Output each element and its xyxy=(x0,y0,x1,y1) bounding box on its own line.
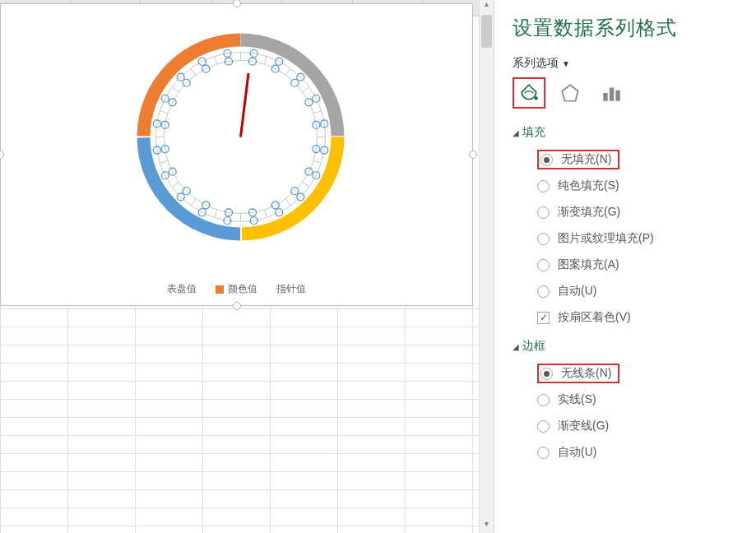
radio-icon xyxy=(540,368,553,380)
format-task-pane: 设置数据系列格式 系列选项 ▼ ◢填充 无填充(N) xyxy=(494,0,756,533)
svg-line-39 xyxy=(215,210,217,218)
svg-point-67 xyxy=(535,96,538,100)
border-option-auto[interactable]: 自动(U) xyxy=(537,439,748,466)
legend-item-color[interactable]: 颜色值 xyxy=(216,282,257,296)
fill-option-vary-by-slice[interactable]: ✓ 按扇区着色(V) xyxy=(537,304,748,331)
radio-icon xyxy=(537,233,550,245)
svg-rect-69 xyxy=(603,93,607,101)
radio-icon xyxy=(537,180,550,192)
chart-legend[interactable]: 表盘值 颜色值 指针值 xyxy=(0,282,473,296)
fill-option-solid[interactable]: 纯色填充(S) xyxy=(537,173,748,199)
vertical-scrollbar[interactable]: ▲ ▼ xyxy=(479,0,494,533)
border-option-gradient[interactable]: 渐变线(G) xyxy=(537,413,748,439)
fill-line-category-button[interactable] xyxy=(513,77,545,109)
fill-option-gradient[interactable]: 渐变填充(G) xyxy=(537,199,748,225)
svg-line-15 xyxy=(303,87,309,92)
pane-title: 设置数据系列格式 xyxy=(513,15,748,41)
effects-category-button[interactable] xyxy=(554,77,587,109)
chart-pointer-needle[interactable] xyxy=(241,73,249,137)
fill-group-header[interactable]: ◢填充 xyxy=(513,125,748,140)
svg-line-42 xyxy=(191,199,196,206)
radio-icon xyxy=(537,420,550,433)
series-options-dropdown[interactable]: 系列选项 ▼ xyxy=(513,56,748,71)
fill-option-no-fill[interactable]: 无填充(N) xyxy=(537,146,748,173)
svg-line-54 xyxy=(160,111,169,114)
scroll-down-arrow-icon[interactable]: ▼ xyxy=(480,520,494,533)
checkbox-icon: ✓ xyxy=(537,312,550,324)
series-options-category-button[interactable] xyxy=(595,77,628,109)
svg-line-18 xyxy=(313,111,322,114)
chevron-down-icon: ▼ xyxy=(562,59,570,68)
fill-option-auto[interactable]: 自动(U) xyxy=(537,278,748,304)
svg-line-45 xyxy=(172,182,179,187)
fill-option-pattern[interactable]: 图案填充(A) xyxy=(537,252,748,278)
resize-handle-n[interactable] xyxy=(233,0,241,7)
fill-option-picture[interactable]: 图片或纹理填充(P) xyxy=(537,225,748,252)
radio-icon xyxy=(537,259,550,271)
radio-icon xyxy=(540,154,553,166)
border-option-no-line[interactable]: 无线条(N) xyxy=(537,360,748,387)
svg-line-60 xyxy=(191,68,196,75)
resize-handle-s[interactable] xyxy=(233,302,241,310)
svg-line-33 xyxy=(264,210,267,218)
svg-line-24 xyxy=(313,160,322,163)
svg-rect-71 xyxy=(615,90,619,101)
radio-icon xyxy=(537,285,550,298)
legend-swatch-icon xyxy=(216,285,224,294)
category-icon-row xyxy=(513,77,748,109)
resize-handle-e[interactable] xyxy=(469,151,477,159)
svg-marker-68 xyxy=(562,85,578,101)
spreadsheet-grid[interactable]: K L M N O P Q /* gridlines rendered belo… xyxy=(0,0,494,533)
embedded-chart[interactable]: 表盘值 颜色值 指针值 xyxy=(0,3,473,306)
svg-line-66 xyxy=(241,73,249,137)
svg-line-63 xyxy=(215,57,217,65)
collapse-triangle-icon: ◢ xyxy=(513,128,519,137)
legend-item-dial[interactable]: 表盘值 xyxy=(167,282,197,296)
svg-line-12 xyxy=(285,68,290,75)
radio-icon xyxy=(537,206,550,219)
legend-item-pointer[interactable]: 指针值 xyxy=(276,282,306,296)
border-option-solid[interactable]: 实线(S) xyxy=(537,387,748,413)
svg-line-9 xyxy=(264,57,267,65)
radio-icon xyxy=(537,447,550,459)
svg-line-48 xyxy=(160,160,169,163)
svg-line-57 xyxy=(172,87,179,92)
border-group-header[interactable]: ◢边框 xyxy=(513,339,748,354)
svg-rect-70 xyxy=(610,88,614,101)
radio-icon xyxy=(537,394,550,406)
chart-plot-area[interactable] xyxy=(136,32,346,242)
svg-line-30 xyxy=(285,199,290,206)
scroll-up-arrow-icon[interactable]: ▲ xyxy=(480,0,494,13)
scrollbar-thumb[interactable] xyxy=(481,15,492,48)
svg-line-27 xyxy=(303,182,309,187)
collapse-triangle-icon: ◢ xyxy=(513,342,519,351)
